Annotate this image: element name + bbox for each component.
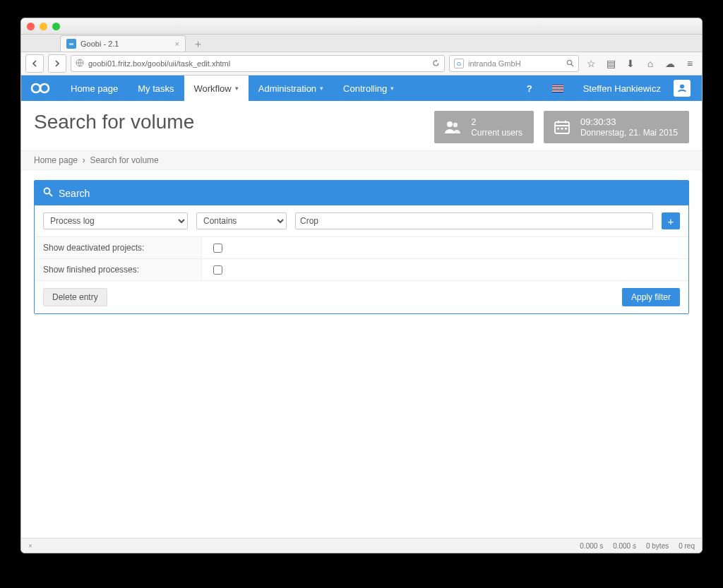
forward-button[interactable] [48,54,66,73]
statusbar-close-icon[interactable]: × [28,542,32,550]
globe-icon [76,59,84,68]
search-icon [43,187,53,199]
status-bytes: 0 bytes [646,542,669,550]
chevron-down-icon: ▾ [235,85,239,92]
bookmark-icon[interactable]: ☆ [583,56,599,71]
browser-toolbar: goobi01.fritz.box/goobi/uii/task_edit.xh… [21,52,702,76]
value-input[interactable] [295,212,653,229]
reload-button[interactable] [432,59,440,68]
users-count: 2 [471,116,522,128]
library-icon[interactable]: ▤ [603,56,619,71]
flag-icon [552,85,563,92]
menu-icon[interactable]: ≡ [682,56,698,71]
language-button[interactable] [542,76,573,101]
nav-administration-label: Administration [258,83,316,94]
svg-rect-12 [565,121,566,124]
browser-search[interactable]: G intranda GmbH [449,55,579,72]
breadcrumb-current: Search for volume [90,155,158,165]
nav-home[interactable]: Home page [61,76,128,101]
avatar-icon [674,80,691,97]
new-tab-button[interactable]: ＋ [190,36,205,52]
clock-widget[interactable]: 09:30:33 Donnerstag, 21. Mai 2015 [544,111,689,143]
show-finished-checkbox[interactable] [213,265,222,275]
nav-tasks[interactable]: My tasks [128,76,184,101]
svg-line-17 [49,193,52,196]
home-icon[interactable]: ⌂ [643,56,658,71]
address-bar-url: goobi01.fritz.box/goobi/uii/task_edit.xh… [88,59,230,68]
option-row-finished: Show finished processes: [35,258,688,280]
field-select[interactable]: Process log [43,212,188,229]
dev-statusbar: × 0.000 s 0.000 s 0 bytes 0 req [21,538,702,553]
users-widget[interactable]: 2 Current users [434,111,534,143]
browser-search-placeholder: intranda GmbH [468,59,521,68]
downloads-icon[interactable]: ⬇ [623,56,638,71]
svg-point-8 [453,123,458,127]
option-row-deactivated: Show deactivated projects: [35,236,688,258]
search-panel: Search Process log Contains + Show deact… [34,180,689,314]
close-window-button[interactable] [27,23,35,30]
svg-rect-13 [557,128,559,130]
status-time-1: 0.000 s [580,542,603,550]
search-engine-icon: G [454,59,464,68]
breadcrumb: Home page › Search for volume [21,150,702,170]
address-bar[interactable]: goobi01.fritz.box/goobi/uii/task_edit.xh… [71,55,445,72]
chat-icon[interactable]: ☁ [662,56,678,71]
zoom-window-button[interactable] [52,23,60,30]
user-name-label: Steffen Hankiewicz [583,83,661,94]
close-tab-button[interactable]: × [175,40,179,48]
nav-administration[interactable]: Administration▾ [249,76,333,101]
nav-controlling[interactable]: Controlling▾ [333,76,404,101]
svg-point-1 [567,60,571,64]
nav-home-label: Home page [71,83,118,94]
option-label: Show deactivated projects: [35,237,202,258]
search-panel-title: Search [59,188,90,199]
apply-filter-button[interactable]: Apply filter [622,288,680,306]
svg-point-3 [32,84,40,92]
top-nav: Home page My tasks Workflow▾ Administrat… [21,76,702,101]
nav-workflow-label: Workflow [194,83,232,94]
svg-rect-11 [558,121,559,124]
svg-point-4 [40,84,49,92]
user-menu[interactable]: Steffen Hankiewicz [573,76,671,101]
svg-rect-14 [561,128,563,130]
nav-tasks-label: My tasks [138,83,174,94]
nav-workflow[interactable]: Workflow▾ [184,76,249,101]
status-time-2: 0.000 s [613,542,636,550]
breadcrumb-home[interactable]: Home page [34,155,78,165]
status-req: 0 req [679,542,695,550]
back-button[interactable] [25,54,44,73]
svg-point-16 [44,188,50,194]
show-deactivated-checkbox[interactable] [213,244,222,253]
option-label: Show finished processes: [35,259,202,280]
app-viewport: Home page My tasks Workflow▾ Administrat… [21,76,702,538]
users-label: Current users [471,128,522,138]
calendar-icon [544,120,580,134]
page-header: Search for volume 2 Current users 09:30:… [21,101,702,150]
minimize-window-button[interactable] [40,23,47,30]
browser-tabbar: ∞ Goobi - 2.1 × ＋ [21,35,702,52]
chevron-down-icon: ▾ [320,85,323,92]
svg-line-2 [571,64,573,66]
traffic-lights [27,23,60,30]
users-icon [434,120,471,134]
favicon-icon: ∞ [66,39,76,49]
panel-footer: Delete entry Apply filter [35,280,688,313]
browser-tab-title: Goobi - 2.1 [80,40,119,48]
user-avatar[interactable] [671,76,693,101]
delete-entry-button[interactable]: Delete entry [43,288,107,306]
browser-tab[interactable]: ∞ Goobi - 2.1 × [60,35,186,52]
clock-time: 09:30:33 [580,116,678,128]
add-filter-button[interactable]: + [662,212,680,229]
svg-rect-15 [565,128,567,130]
app-logo[interactable] [30,76,51,101]
svg-point-6 [680,85,684,89]
filter-row: Process log Contains + [35,205,688,236]
help-button[interactable]: ? [517,76,542,101]
chevron-down-icon: ▾ [390,85,394,92]
search-icon [566,59,574,68]
search-panel-header: Search [35,181,688,205]
operator-select[interactable]: Contains [196,212,287,229]
window-titlebar [21,18,702,35]
clock-date: Donnerstag, 21. Mai 2015 [580,128,678,138]
page-title: Search for volume [34,111,424,133]
